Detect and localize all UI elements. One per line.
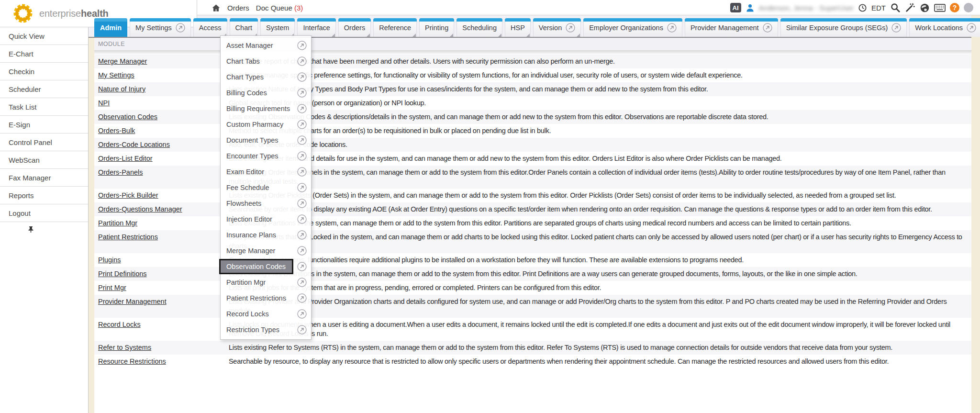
menu-item-exam-editor[interactable]: Exam Editor xyxy=(221,164,311,179)
tab-hsp[interactable]: HSP xyxy=(505,18,531,37)
open-in-new-icon[interactable] xyxy=(297,120,307,129)
module-link-orders-list-editor[interactable]: Orders-List Editor xyxy=(98,155,153,162)
sidebar-item-quick-view[interactable]: Quick View xyxy=(0,27,88,45)
open-in-new-icon[interactable] xyxy=(297,167,307,177)
tab-chart[interactable]: Chart xyxy=(230,18,258,37)
module-link-provider-management[interactable]: Provider Management xyxy=(98,298,167,305)
tab-version[interactable]: Version xyxy=(533,18,581,37)
module-link-orders-code-locations[interactable]: Orders-Code Locations xyxy=(98,141,170,148)
open-in-new-icon[interactable] xyxy=(297,278,307,287)
open-in-new-icon[interactable] xyxy=(297,56,307,66)
menu-item-chart-types[interactable]: Chart Types xyxy=(221,69,311,85)
keyboard-icon[interactable] xyxy=(934,4,946,12)
open-in-new-icon[interactable] xyxy=(297,183,307,192)
open-in-new-icon[interactable] xyxy=(297,104,307,113)
module-link-plugins[interactable]: Plugins xyxy=(98,256,121,264)
breadcrumb-orders[interactable]: Orders xyxy=(227,4,249,12)
open-in-new-icon[interactable] xyxy=(759,23,772,33)
open-in-new-icon[interactable] xyxy=(297,293,307,303)
help-icon[interactable]: ? xyxy=(950,3,959,12)
menu-item-restriction-types[interactable]: Restriction Types xyxy=(221,322,311,337)
tab-provider-management[interactable]: Provider Management xyxy=(685,18,778,37)
menu-item-document-types[interactable]: Document Types xyxy=(221,132,311,148)
menu-item-asset-manager[interactable]: Asset Manager xyxy=(221,37,311,53)
breadcrumb-doc-queue[interactable]: Doc Queue (3) xyxy=(256,4,303,12)
module-link-refer-to-systems[interactable]: Refer to Systems xyxy=(98,344,151,351)
open-in-new-icon[interactable] xyxy=(888,23,901,33)
tab-my-settings[interactable]: My Settings xyxy=(130,18,191,37)
tab-printing[interactable]: Printing xyxy=(419,18,454,37)
open-in-new-icon[interactable] xyxy=(963,23,976,33)
globe-icon[interactable] xyxy=(920,3,930,13)
tab-interface[interactable]: Interface xyxy=(297,18,335,37)
module-link-npi[interactable]: NPI xyxy=(98,99,110,107)
tab-system[interactable]: System xyxy=(260,18,295,37)
sidebar-item-e-sign[interactable]: E-Sign xyxy=(0,116,88,134)
menu-item-encounter-types[interactable]: Encounter Types xyxy=(221,148,311,164)
module-link-observation-codes[interactable]: Observation Codes xyxy=(98,113,157,121)
module-link-orders-questions-manager[interactable]: Orders-Questions Manager xyxy=(98,205,182,213)
open-in-new-icon[interactable] xyxy=(297,262,307,271)
open-in-new-icon[interactable] xyxy=(297,88,307,98)
sidebar-item-logout[interactable]: Logout xyxy=(0,204,88,222)
module-link-nature-of-injury[interactable]: Nature of Injury xyxy=(98,85,145,93)
open-in-new-icon[interactable] xyxy=(297,135,307,145)
tab-employer-organizations[interactable]: Employer Organizations xyxy=(583,18,682,37)
open-in-new-icon[interactable] xyxy=(297,151,307,161)
menu-item-custom-pharmacy[interactable]: Custom Pharmacy xyxy=(221,116,311,132)
open-in-new-icon[interactable] xyxy=(297,325,307,335)
module-link-my-settings[interactable]: My Settings xyxy=(98,71,134,79)
menu-item-injection-editor[interactable]: Injection Editor xyxy=(221,211,311,227)
tab-orders[interactable]: Orders xyxy=(338,18,371,37)
module-link-print-mgr[interactable]: Print Mgr xyxy=(98,284,126,291)
sidebar-item-checkin[interactable]: Checkin xyxy=(0,63,88,80)
module-link-resource-restrictions[interactable]: Resource Restrictions xyxy=(98,357,166,365)
open-in-new-icon[interactable] xyxy=(297,41,307,50)
module-link-record-locks[interactable]: Record Locks xyxy=(98,321,141,328)
menu-item-observation-codes[interactable]: Observation Codes xyxy=(221,258,311,274)
open-in-new-icon[interactable] xyxy=(297,72,307,82)
tab-reference[interactable]: Reference xyxy=(373,18,417,37)
open-in-new-icon[interactable] xyxy=(297,214,307,224)
tab-work-locations[interactable]: Work Locations xyxy=(909,18,980,37)
open-in-new-icon[interactable] xyxy=(297,309,307,319)
open-in-new-icon[interactable] xyxy=(297,199,307,208)
module-link-orders-pick-builder[interactable]: Orders-Pick Builder xyxy=(98,191,158,199)
tab-similar-exposure-groups-segs[interactable]: Similar Exposure Groups (SEGs) xyxy=(780,18,907,37)
open-in-new-icon[interactable] xyxy=(297,230,307,240)
search-icon[interactable] xyxy=(890,2,901,13)
sidebar-item-webscan[interactable]: WebScan xyxy=(0,151,88,169)
menu-item-partition-mgr[interactable]: Partition Mgr xyxy=(221,274,311,290)
pushpin-icon[interactable] xyxy=(28,226,34,233)
tab-admin[interactable]: Admin xyxy=(94,18,127,37)
sidebar-item-task-list[interactable]: Task List xyxy=(0,98,88,116)
menu-item-insurance-plans[interactable]: Insurance Plans xyxy=(221,227,311,243)
menu-item-fee-schedule[interactable]: Fee Schedule xyxy=(221,179,311,195)
menu-item-patient-restrictions[interactable]: Patient Restrictions xyxy=(221,290,311,306)
current-user-name[interactable]: Anderson, Jenna - SuperUser xyxy=(759,4,854,12)
home-circle-icon[interactable] xyxy=(964,3,973,12)
home-icon[interactable] xyxy=(212,3,221,12)
menu-item-billing-codes[interactable]: Billing Codes xyxy=(221,85,311,100)
module-link-orders-bulk[interactable]: Orders-Bulk xyxy=(98,127,135,134)
sidebar-item-control-panel[interactable]: Control Panel xyxy=(0,134,88,151)
sidebar-item-fax-manager[interactable]: Fax Manager xyxy=(0,169,88,187)
menu-item-merge-manager[interactable]: Merge Manager xyxy=(221,243,311,258)
menu-item-chart-tabs[interactable]: Chart Tabs xyxy=(221,53,311,69)
module-link-patient-restrictions[interactable]: Patient Restrictions xyxy=(98,233,158,241)
tab-access[interactable]: Access xyxy=(193,18,227,37)
module-link-merge-manager[interactable]: Merge Manager xyxy=(98,57,147,65)
sidebar-item-scheduler[interactable]: Scheduler xyxy=(0,80,88,98)
menu-item-flowsheets[interactable]: Flowsheets xyxy=(221,195,311,211)
menu-item-record-locks[interactable]: Record Locks xyxy=(221,306,311,322)
tab-scheduling[interactable]: Scheduling xyxy=(457,18,502,37)
sidebar-item-e-chart[interactable]: E-Chart xyxy=(0,45,88,63)
menu-item-billing-requirements[interactable]: Billing Requirements xyxy=(221,100,311,116)
wand-icon[interactable] xyxy=(905,2,915,13)
open-in-new-icon[interactable] xyxy=(663,23,677,33)
open-in-new-icon[interactable] xyxy=(297,246,307,256)
module-link-print-definitions[interactable]: Print Definitions xyxy=(98,270,147,278)
module-link-orders-panels[interactable]: Orders-Panels xyxy=(98,168,143,176)
module-link-partition-mgr[interactable]: Partition Mgr xyxy=(98,219,137,227)
open-in-new-icon[interactable] xyxy=(562,23,575,33)
